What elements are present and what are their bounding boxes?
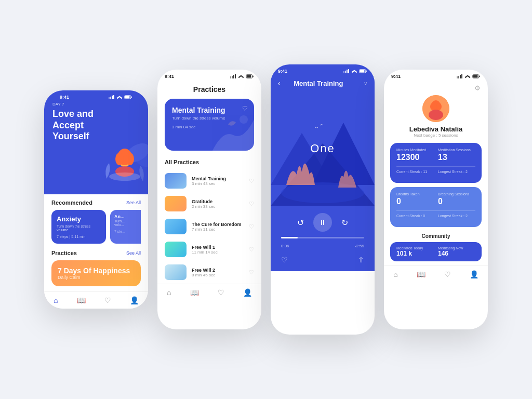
profile-name: Lebediva Natalia [409,125,463,133]
time-1: 9:41 [60,95,69,100]
anxiety-card[interactable]: Anxiety Turn down the stress volume 7 st… [51,210,106,244]
nav-heart-1[interactable]: ♡ [104,296,111,304]
p3-title: Mental Training [285,79,352,87]
meditating-now-value: 146 [438,250,475,257]
rewind-button[interactable]: ↺ [297,218,304,228]
minutes-label: Minutes Meditated [396,148,434,152]
svg-rect-28 [366,70,367,72]
current-streak-cell: Current Streak : 11 [396,169,434,174]
stats-row-breaths: Breaths Taken 0 Breathing Sessions 0 [396,192,475,206]
svg-rect-20 [252,75,254,77]
forward-button[interactable]: ↻ [341,218,348,228]
practice-info-3: The Cure for Boredom 7 min 11 sec [192,222,244,232]
nav-book-1[interactable]: 📖 [77,296,86,304]
practice-dur-3: 7 min 11 sec [192,227,244,232]
practice-info-5: Free Will 2 8 min 45 sec [192,268,244,277]
settings-icon[interactable]: ⚙ [474,84,481,92]
nav-book-2[interactable]: 📖 [190,288,199,297]
cards-row: Anxiety Turn down the stress volume 7 st… [51,210,141,244]
nav-home-4[interactable]: ⌂ [393,270,397,278]
practice-heart-1[interactable]: ♡ [249,178,254,184]
stat-divider-2 [396,210,475,211]
meditating-now-cell: Meditating Now 146 [438,246,475,257]
status-bar-3: 9:41 [271,64,375,76]
longest-streak-label: Longest Streak : 2 [438,170,475,174]
practice-name-1: Mental Training [192,176,244,181]
recommended-header: Recommended See All [51,200,141,206]
status-icons-3 [343,69,367,73]
happiness-card[interactable]: 7 Days Of Happiness Daily Calm [51,260,141,286]
breaths-value: 0 [396,197,434,206]
p3-controls: ↺ ⏸ ↻ 0:06 -2:59 [271,206,375,254]
featured-card[interactable]: Mental Training Turn down the stress vol… [165,99,254,151]
day-label: DAY 7 [52,102,140,107]
nav-user-2[interactable]: 👤 [243,288,252,297]
nav-user-1[interactable]: 👤 [130,296,139,304]
playback-controls: ↺ ⏸ ↻ [297,213,348,232]
status-icons-4 [457,74,481,78]
recommended-title: Recommended [51,200,92,206]
practice-heart-3[interactable]: ♡ [249,223,254,230]
phone-3: 9:41 ‹ Mental Training ∨ [271,64,375,335]
anxiety-card-mini[interactable]: An... Turn... volu... 7 ste... [110,210,141,244]
current-streak-label: Current Streak : 11 [396,170,434,174]
svg-rect-17 [233,75,234,78]
practice-thumb-5 [165,264,187,280]
play-pause-button[interactable]: ⏸ [313,213,332,232]
share-icon[interactable]: ⇧ [358,256,364,264]
practice-item-5[interactable]: Free Will 2 8 min 45 sec ♡ [157,261,261,284]
svg-rect-5 [131,96,132,98]
progress-bar[interactable] [281,237,364,238]
p3-action-row: ♡ ⇧ [271,254,375,271]
practice-info-1: Mental Training 3 min 43 sec [192,176,244,186]
nav-book-4[interactable]: 📖 [417,270,425,278]
time-current: 0:06 [281,244,289,248]
see-all-1[interactable]: See All [126,200,141,205]
practice-heart-4[interactable]: ♡ [249,246,254,253]
nav-heart-4[interactable]: ♡ [444,270,451,278]
status-icons-1 [109,95,132,99]
practice-item-3[interactable]: The Cure for Boredom 7 min 11 sec ♡ [157,215,261,238]
profile-section: Lebediva Natalia Next badge : 5 sessions [384,92,488,143]
meditated-today-value: 101 k [396,250,434,257]
practice-heart-5[interactable]: ♡ [249,269,254,276]
svg-rect-15 [230,76,231,78]
svg-point-47 [429,110,443,120]
practice-item-4[interactable]: Free Will 1 11 min 14 sec ♡ [157,238,261,261]
back-button-3[interactable]: ‹ [278,79,281,87]
nav-home-1[interactable]: ⌂ [54,296,58,304]
stats-row-streak: Current Streak : 11 Longest Streak : 2 [396,169,475,174]
phone-2: 9:41 Practices Mental Training Turn down… [157,70,261,329]
nav-home-2[interactable]: ⌂ [167,288,171,297]
community-title: Community [384,231,488,242]
svg-rect-3 [113,95,114,99]
status-bar-1: 9:41 [52,90,140,102]
svg-point-11 [115,153,124,165]
happiness-sub: Daily Calm [58,275,135,280]
practice-heart-2[interactable]: ♡ [249,201,254,207]
status-bar-4: 9:41 [384,70,488,81]
svg-rect-16 [232,76,233,78]
practice-dur-1: 3 min 43 sec [192,181,244,186]
breaths-label: Breaths Taken [396,192,434,196]
meditated-today-cell: Meditated Today 101 k [396,246,434,257]
breathing-cell: Breathing Sessions 0 [438,192,475,206]
breathing-value: 0 [438,197,475,206]
sessions-label: Meditation Sessions [438,148,475,152]
see-all-2[interactable]: See All [126,250,141,256]
svg-rect-41 [473,75,478,78]
practice-name-3: The Cure for Boredom [192,222,244,227]
community-card: Meditated Today 101 k Meditating Now 146 [390,242,482,261]
nav-user-4[interactable]: 👤 [470,270,478,278]
practice-name-2: Gratitude [192,199,244,204]
svg-rect-38 [461,74,462,78]
svg-rect-35 [457,76,458,78]
practice-item-2[interactable]: Gratitude 2 min 33 sec ♡ [157,192,261,215]
status-icons-2 [230,74,254,78]
anxiety-title: Anxiety [57,215,101,223]
favorite-icon[interactable]: ♡ [281,256,288,264]
practice-item-1[interactable]: Mental Training 3 min 43 sec ♡ [157,169,261,192]
nav-heart-2[interactable]: ♡ [218,288,224,297]
svg-rect-18 [235,74,236,78]
stats-row-b-streak: Current Streak : 0 Longest Streak : 2 [396,213,475,218]
